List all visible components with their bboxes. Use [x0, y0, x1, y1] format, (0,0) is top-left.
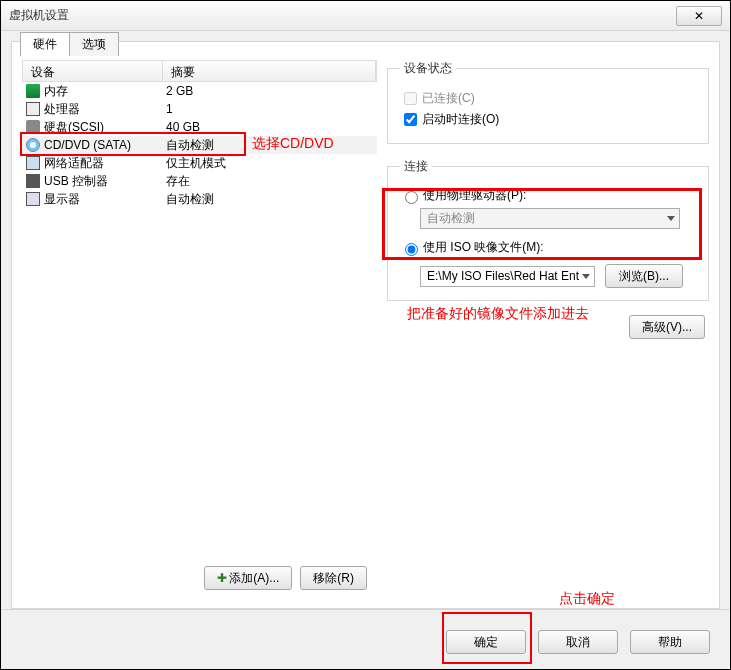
use-iso-label: 使用 ISO 映像文件(M):: [423, 239, 544, 256]
connected-label: 已连接(C): [422, 90, 475, 107]
connect-on-power-label: 启动时连接(O): [422, 111, 499, 128]
remove-hardware-button[interactable]: 移除(R): [300, 566, 367, 590]
row-network[interactable]: 网络适配器仅主机模式: [22, 154, 377, 172]
chevron-down-icon: [582, 274, 590, 279]
hardware-table-header: 设备 摘要: [22, 60, 377, 82]
add-hardware-button[interactable]: ✚添加(A)...: [204, 566, 292, 590]
iso-path-combo[interactable]: E:\My ISO Files\Red Hat Ent: [420, 266, 595, 287]
ok-button[interactable]: 确定: [446, 630, 526, 654]
annotation-add-image: 把准备好的镜像文件添加进去: [407, 305, 589, 323]
row-usb[interactable]: USB 控制器存在: [22, 172, 377, 190]
physical-drive-dropdown: 自动检测: [420, 208, 680, 229]
cancel-button[interactable]: 取消: [538, 630, 618, 654]
chevron-down-icon: [667, 216, 675, 221]
plus-icon: ✚: [217, 571, 227, 585]
tab-content: 设备 摘要 内存2 GB 处理器1 硬盘(SCSI)40 GB CD/DVD (…: [22, 60, 709, 598]
connection-group: 连接 使用物理驱动器(P): 自动检测 使用 ISO 映像文件(M):: [387, 158, 709, 301]
connect-on-power-checkbox[interactable]: [404, 113, 417, 126]
usb-icon: [26, 174, 40, 188]
ok-button-label: 确定: [474, 635, 498, 649]
row-memory-summary: 2 GB: [162, 84, 377, 98]
help-button[interactable]: 帮助: [630, 630, 710, 654]
device-status-group: 设备状态 已连接(C) 启动时连接(O): [387, 60, 709, 144]
hardware-list-pane: 设备 摘要 内存2 GB 处理器1 硬盘(SCSI)40 GB CD/DVD (…: [22, 60, 377, 598]
row-display-summary: 自动检测: [162, 191, 377, 208]
device-status-legend: 设备状态: [400, 60, 456, 77]
row-display[interactable]: 显示器自动检测: [22, 190, 377, 208]
tab-strip: 硬件 选项: [20, 32, 118, 56]
tab-options-label: 选项: [82, 37, 106, 51]
row-network-summary: 仅主机模式: [162, 155, 377, 172]
physical-drive-value: 自动检测: [427, 210, 475, 227]
row-memory-label: 内存: [44, 83, 162, 100]
annotation-click-ok: 点击确定: [559, 590, 615, 608]
title-bar: 虚拟机设置 ✕: [1, 1, 730, 31]
connection-legend: 连接: [400, 158, 432, 175]
display-icon: [26, 192, 40, 206]
col-summary: 摘要: [163, 61, 376, 81]
remove-hardware-label: 移除(R): [313, 571, 354, 585]
tab-hardware-label: 硬件: [33, 37, 57, 51]
row-cpu-label: 处理器: [44, 101, 162, 118]
window-title: 虚拟机设置: [9, 7, 69, 24]
row-hdd-label: 硬盘(SCSI): [44, 119, 162, 136]
cpu-icon: [26, 102, 40, 116]
tab-hardware[interactable]: 硬件: [20, 32, 70, 56]
row-display-label: 显示器: [44, 191, 162, 208]
row-cpu[interactable]: 处理器1: [22, 100, 377, 118]
advanced-button[interactable]: 高级(V)...: [629, 315, 705, 339]
dialog-body: 硬件 选项 设备 摘要 内存2 GB 处理器1 硬盘(SCSI)40 GB CD…: [11, 41, 720, 609]
iso-path-value: E:\My ISO Files\Red Hat Ent: [427, 269, 579, 283]
add-hardware-label: 添加(A)...: [229, 571, 279, 585]
row-usb-summary: 存在: [162, 173, 377, 190]
close-button[interactable]: ✕: [676, 6, 722, 26]
network-icon: [26, 156, 40, 170]
row-hdd[interactable]: 硬盘(SCSI)40 GB: [22, 118, 377, 136]
row-memory[interactable]: 内存2 GB: [22, 82, 377, 100]
dialog-button-bar: 确定 取消 帮助: [1, 609, 730, 669]
device-detail-pane: 设备状态 已连接(C) 启动时连接(O) 连接 使用物理驱动器(P):: [377, 60, 709, 598]
cd-icon: [26, 138, 40, 152]
help-button-label: 帮助: [658, 635, 682, 649]
col-device: 设备: [23, 61, 163, 81]
hdd-icon: [26, 120, 40, 134]
row-cpu-summary: 1: [162, 102, 377, 116]
row-cddvd-label: CD/DVD (SATA): [44, 138, 162, 152]
row-network-label: 网络适配器: [44, 155, 162, 172]
connect-on-power-row: 启动时连接(O): [400, 110, 696, 129]
connected-checkbox: [404, 92, 417, 105]
tab-options[interactable]: 选项: [69, 32, 119, 56]
annotation-select-cddvd: 选择CD/DVD: [252, 135, 334, 153]
advanced-button-label: 高级(V)...: [642, 320, 692, 334]
use-physical-label: 使用物理驱动器(P):: [423, 187, 526, 204]
hardware-buttons: ✚添加(A)... 移除(R): [22, 558, 377, 598]
use-physical-row: 使用物理驱动器(P):: [400, 187, 696, 204]
use-physical-radio[interactable]: [405, 191, 418, 204]
cancel-button-label: 取消: [566, 635, 590, 649]
row-usb-label: USB 控制器: [44, 173, 162, 190]
use-iso-radio[interactable]: [405, 243, 418, 256]
memory-icon: [26, 84, 40, 98]
browse-button-label: 浏览(B)...: [619, 269, 669, 283]
close-icon: ✕: [694, 9, 704, 23]
row-hdd-summary: 40 GB: [162, 120, 377, 134]
use-iso-row: 使用 ISO 映像文件(M):: [400, 239, 696, 256]
vm-settings-dialog: 虚拟机设置 ✕ 硬件 选项 设备 摘要 内存2 GB 处理器1 硬盘(SCSI)…: [0, 0, 731, 670]
browse-button[interactable]: 浏览(B)...: [605, 264, 683, 288]
connected-row: 已连接(C): [400, 89, 696, 108]
